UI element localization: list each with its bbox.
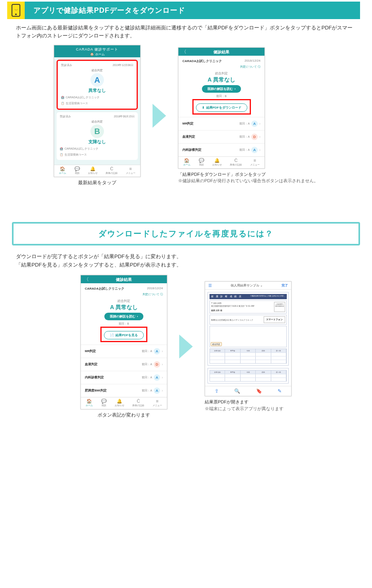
tab-record[interactable]: Ċ身体の記録 — [230, 158, 242, 167]
caption-left-2: ボタン表記が変わります — [98, 412, 150, 419]
detail-header-title: 健診結果 — [116, 277, 132, 282]
judgement-row[interactable]: 内科診察判定 前回：AA› — [178, 143, 264, 156]
chevron-right-icon: › — [137, 315, 138, 318]
clinic-date: 2018/12/24 — [245, 59, 260, 63]
clinic-name: CARADAお試しクリニック — [85, 286, 124, 291]
about-judgement-link[interactable]: 判定について ⓘ — [178, 65, 264, 70]
tab-consult[interactable]: 💬相談 — [101, 399, 107, 407]
tab-home[interactable]: 🏠ホーム — [59, 167, 66, 175]
app-brand: CARADA 健診サポート — [54, 47, 140, 52]
back-icon[interactable]: 〈 — [84, 276, 89, 282]
clinic-name: 🏥 CARADAお試しクリニック — [61, 95, 133, 99]
row-name: 肥満度BMI判定 — [85, 388, 107, 393]
bookmark-icon[interactable]: 🔖 — [256, 388, 262, 394]
chevron-right-icon: › — [259, 148, 260, 152]
tab-notice[interactable]: 🔔お知らせ — [212, 158, 222, 167]
judgement-row[interactable]: 血液判定 前回：AD› — [81, 358, 167, 371]
read-commentary-button[interactable]: 医師の解説を読む › — [202, 85, 241, 93]
section2-text: ダウンロードが完了するとボタンが「結果PDFを見る」に変わります。 「結果PDF… — [0, 253, 372, 273]
row-name: 血液判定 — [182, 134, 195, 139]
annotate-icon[interactable]: ✎ — [278, 388, 282, 394]
phone-home-mock: CARADA 健診サポート 🏠 ホーム 受診済み 2019年12月08日 総合判… — [54, 45, 141, 177]
tab-record[interactable]: Ċ身体の記録 — [132, 399, 144, 407]
tab-menu[interactable]: ≡メニュー — [250, 158, 260, 167]
result-card-prev[interactable]: 受診済み 2018年08月15日 総合判定 B 支障なし 🏥 CARADAお試し… — [57, 112, 138, 160]
judgement-row[interactable]: MR判定 前回：AA› — [178, 117, 264, 130]
pdf-doc-title: 健 康 診 断 成 績 表 — [211, 295, 242, 298]
clinic-name: 🏥 CARADAお試しクリニック — [60, 147, 135, 151]
tab-menu[interactable]: ≡メニュー — [153, 399, 162, 407]
pdf-done-button[interactable]: 完了 — [282, 283, 288, 288]
tab-home[interactable]: 🏠ホーム — [183, 158, 190, 167]
grade-badge: A — [154, 387, 160, 394]
search-icon[interactable]: 🔍 — [234, 388, 240, 394]
judge-label: 総合判定 — [60, 120, 135, 124]
chevron-right-icon: › — [162, 349, 163, 353]
grade-badge: D — [251, 134, 258, 140]
pdf-menu-icon[interactable]: ☰ — [208, 283, 212, 288]
caption-right-2: ※健診結果のPDFが発行されていない場合当ボタンは表示されません。 — [178, 177, 318, 184]
share-icon[interactable]: ⇪ — [215, 388, 219, 394]
phone-emoji-icon: ◡ — [7, 2, 25, 19]
grade-circle: B — [90, 125, 104, 138]
pdf-clinic-line: 医療法人社団健診会 東山メディカルクリニック — [211, 319, 253, 321]
tab-menu[interactable]: ≡メニュー — [126, 167, 135, 175]
section-title: アプリで健診結果PDFデータをダウンロード — [33, 6, 185, 15]
status-badge: 受診済み — [60, 115, 71, 119]
chevron-right-icon: › — [259, 122, 260, 126]
caption-right-2b: ※端末によって表示アプリが異なります — [205, 405, 284, 412]
flow-row-1: CARADA 健診サポート 🏠 ホーム 受診済み 2019年12月08日 総合判… — [0, 43, 372, 190]
tab-home[interactable]: 🏠ホーム — [86, 399, 93, 407]
result-date: 2019年12月08日 — [113, 63, 133, 67]
judge-label: 総合判定 — [178, 71, 264, 76]
row-name: MR判定 — [85, 349, 96, 353]
tab-consult[interactable]: 💬相談 — [199, 158, 204, 167]
about-judgement-link[interactable]: 判定について ⓘ — [81, 292, 167, 297]
tab-bar: 🏠ホーム 💬相談 🔔お知らせ Ċ身体の記録 ≡メニュー — [54, 165, 140, 177]
row-name: 内科診察判定 — [182, 148, 202, 152]
detail-header-title: 健診結果 — [213, 50, 229, 54]
result-date: 2018年08月15日 — [114, 115, 135, 119]
result-text: 支障なし — [60, 139, 135, 145]
grade-badge: A — [154, 374, 160, 381]
clinic-date: 2018/12/24 — [147, 286, 163, 291]
intro-text: ホーム画面にある最新健診結果をタップすると健診結果詳細画面に遷移するので「結果P… — [0, 19, 372, 43]
chevron-right-icon: › — [259, 135, 260, 139]
row-name: 内科診察判定 — [85, 375, 104, 380]
view-pdf-button[interactable]: 📄 結果PDFを見る — [104, 331, 144, 339]
result-card-latest[interactable]: 受診済み 2019年12月08日 総合判定 A 異常なし 🏥 CARADAお試し… — [57, 60, 138, 110]
row-name: MR判定 — [182, 121, 194, 126]
judgement-row[interactable]: 血液判定 前回：AD› — [178, 130, 264, 143]
chevron-right-icon: › — [162, 362, 163, 366]
judgement-row[interactable]: 内科診察判定 前回：AA› — [81, 371, 167, 384]
arrow-icon — [179, 335, 193, 358]
tab-notice[interactable]: 🔔お知らせ — [115, 399, 124, 407]
judgement-row[interactable]: MR判定 前回：AA› — [81, 345, 167, 358]
document-icon: 📄 — [110, 333, 114, 337]
tab-notice[interactable]: 🔔お知らせ — [88, 167, 98, 175]
grade-badge: A — [251, 121, 258, 127]
back-icon[interactable]: 〈 — [182, 48, 186, 55]
pdf-person-name: 健康 太郎 様 — [211, 309, 255, 312]
pdf-address: 東京都新宿区西新宿3丁目20-2 東京ｵﾍﾟﾗｼﾃｨ35F — [211, 305, 255, 308]
status-badge: 受診済み — [61, 63, 72, 67]
judge-main: A 異常なし — [178, 76, 264, 84]
grade-circle: A — [90, 73, 104, 87]
phone-detail-view-mock: 〈 健診結果 CARADAお試しクリニック 2018/12/24 判定について … — [80, 275, 167, 409]
course-name: 📋 生活習慣病コース — [60, 153, 135, 157]
app-sub: 🏠 ホーム — [90, 52, 105, 56]
prev-grade: 前回：B — [81, 322, 167, 326]
pdf-toolbar: ⇪ 🔍 🔖 ✎ — [205, 386, 291, 396]
read-commentary-button[interactable]: 医師の解説を読む › — [104, 313, 144, 320]
judgement-row[interactable]: 肥満度BMI判定 前回：AA› — [81, 384, 167, 397]
pdf-postal: 〒163-1435 — [211, 302, 255, 305]
tab-consult[interactable]: 💬相談 — [74, 167, 80, 175]
prev-grade: 前回：B — [178, 94, 264, 98]
chevron-right-icon: › — [235, 87, 236, 91]
grade-badge: A — [154, 348, 160, 354]
download-pdf-button[interactable]: ⬇ 結果PDFをダウンロード — [196, 103, 247, 112]
grade-badge: A — [251, 147, 258, 153]
pdf-page-1: 健 康 診 断 成 績 表※健診結果の再発行はこの健に記載された内容… 〒163… — [208, 292, 289, 366]
chevron-right-icon: › — [162, 389, 163, 393]
tab-record[interactable]: Ċ身体の記録 — [106, 167, 117, 175]
